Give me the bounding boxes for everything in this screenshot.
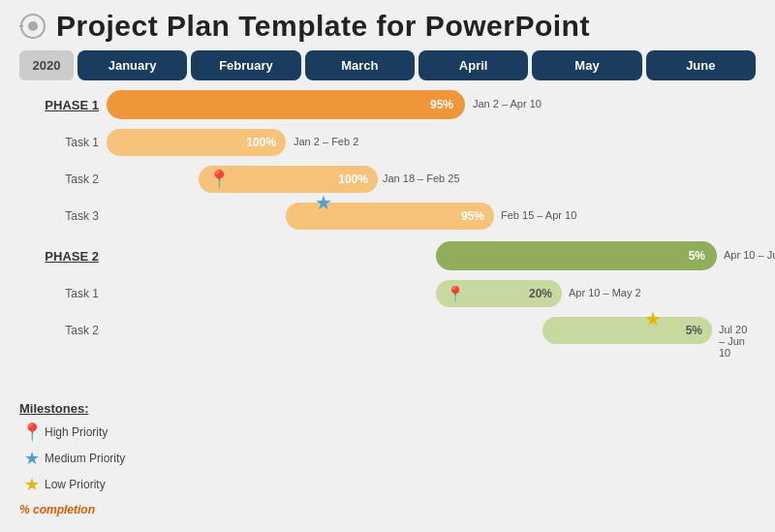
gold-star-icon: ★ — [644, 307, 662, 330]
header-icon — [19, 13, 46, 40]
red-pin-icon: 📍 — [208, 169, 230, 190]
phase2-pct: 5% — [689, 249, 705, 263]
phase1-task1-row: Task 1 100% Jan 2 – Feb 2 — [19, 125, 756, 160]
page-title: Project Plan Template for PowerPoint — [56, 10, 590, 43]
month-may: May — [532, 50, 641, 80]
phase2-task1-bar: 📍 20% — [436, 280, 562, 307]
phase1-date: Jan 2 – Apr 10 — [473, 98, 542, 110]
phase1-track: 95% Jan 2 – Apr 10 — [107, 86, 756, 123]
header: Project Plan Template for PowerPoint — [0, 0, 775, 50]
phase2-date: Apr 10 – Jun 10 — [724, 249, 775, 261]
phase2-red-pin-icon: 📍 — [446, 285, 465, 303]
year-box: 2020 — [19, 50, 74, 80]
phase1-task2-row: Task 2 📍 100% Jan 18 – Feb 25 — [19, 162, 756, 197]
phase2-bar: 5% — [436, 241, 717, 270]
phase2-track: 5% Apr 10 – Jun 10 — [107, 237, 756, 274]
phase1-task1-label: Task 1 — [19, 136, 107, 149]
phase1-task1-date: Jan 2 – Feb 2 — [294, 136, 358, 147]
phase1-task2-pct: 100% — [338, 172, 368, 186]
phase2-task1-row: Task 1 📍 20% Apr 10 – May 2 — [19, 276, 756, 311]
phase2-task2-label: Task 2 — [19, 324, 107, 337]
month-mar: March — [305, 50, 415, 80]
milestone-medium-label: Medium Priority — [45, 452, 125, 465]
phase1-task3-row: Task 3 95% ★ Feb 15 – Apr 10 — [19, 199, 756, 234]
milestones-title: Milestones: — [19, 401, 125, 416]
phase1-task3-date: Feb 15 – Apr 10 — [501, 209, 576, 221]
milestone-medium-priority: ★ Medium Priority — [19, 448, 125, 469]
gantt-chart: PHASE 1 95% Jan 2 – Apr 10 Task 1 100% J… — [0, 86, 775, 348]
blue-star-icon: ★ — [315, 191, 332, 214]
pct-completion-label: % completion — [19, 503, 125, 516]
milestone-high-label: High Priority — [45, 425, 108, 439]
timeline-header: 2020 January February March April May Ju… — [0, 50, 775, 80]
milestone-gold-star-icon: ★ — [19, 474, 45, 495]
phase1-task1-bar: 100% — [107, 129, 286, 156]
phase2-task2-bar: 5% — [542, 317, 712, 344]
phase1-task2-track: 📍 100% Jan 18 – Feb 25 — [107, 162, 756, 197]
phase1-task3-label: Task 3 — [19, 209, 107, 223]
phase1-task3-pct: 95% — [461, 209, 484, 223]
month-feb: February — [191, 50, 300, 80]
phase1-task1-pct: 100% — [246, 136, 276, 149]
phase1-task1-track: 100% Jan 2 – Feb 2 — [107, 125, 756, 160]
milestone-high-priority: 📍 High Priority — [19, 422, 125, 443]
phase2-task2-track: 5% ★ Jul 20 – Jun 10 — [107, 313, 756, 348]
phase1-task3-track: 95% ★ Feb 15 – Apr 10 — [107, 199, 756, 234]
phase2-task2-row: Task 2 5% ★ Jul 20 – Jun 10 — [19, 313, 756, 348]
phase1-task2-label: Task 2 — [19, 172, 107, 186]
svg-point-1 — [28, 21, 38, 31]
phase2-task2-pct: 5% — [686, 324, 702, 337]
phase1-label: PHASE 1 — [19, 98, 107, 112]
milestone-blue-star-icon: ★ — [19, 448, 45, 469]
phase2-row: PHASE 2 5% Apr 10 – Jun 10 — [19, 237, 756, 274]
phase2-task2-date: Jul 20 – Jun 10 — [719, 324, 756, 359]
milestones-section: Milestones: 📍 High Priority ★ Medium Pri… — [19, 401, 125, 516]
phase1-bar: 95% — [107, 90, 465, 119]
month-jan: January — [78, 50, 187, 80]
phase1-row: PHASE 1 95% Jan 2 – Apr 10 — [19, 86, 756, 123]
phase1-task2-date: Jan 18 – Feb 25 — [383, 172, 460, 184]
month-jun: June — [646, 50, 756, 80]
milestone-low-label: Low Priority — [45, 478, 106, 491]
phase2-label: PHASE 2 — [19, 249, 107, 264]
phase1-task2-bar: 📍 100% — [199, 166, 378, 193]
phase2-task1-pct: 20% — [529, 287, 552, 300]
month-apr: April — [418, 50, 528, 80]
milestone-low-priority: ★ Low Priority — [19, 474, 125, 495]
milestone-red-pin-icon: 📍 — [19, 422, 45, 443]
page: Project Plan Template for PowerPoint 202… — [0, 0, 775, 532]
phase2-task1-label: Task 1 — [19, 287, 107, 300]
phase2-task1-track: 📍 20% Apr 10 – May 2 — [107, 276, 756, 311]
phase1-pct: 95% — [430, 98, 453, 111]
phase2-task1-date: Apr 10 – May 2 — [569, 287, 641, 298]
